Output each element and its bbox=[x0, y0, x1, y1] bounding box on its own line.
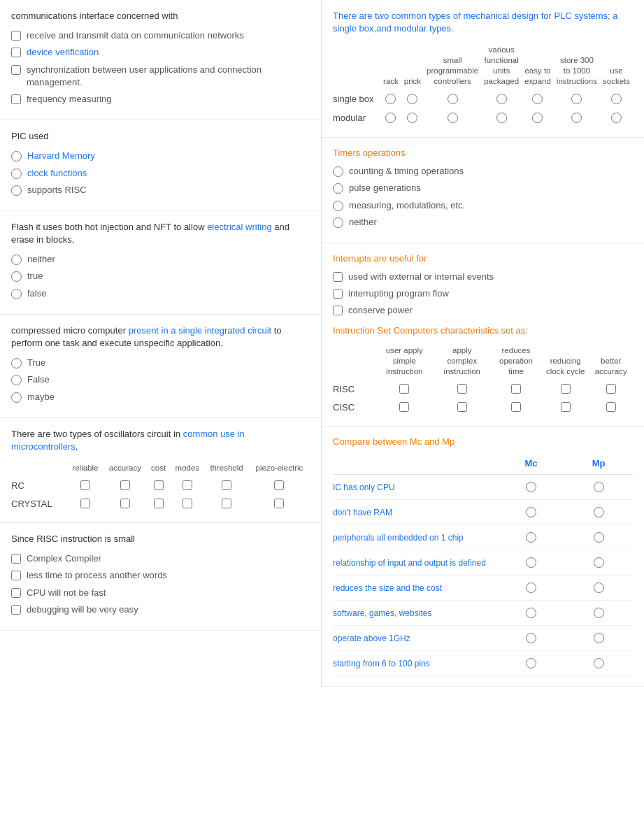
rc-piezo[interactable] bbox=[274, 480, 284, 490]
cisc-reducing[interactable] bbox=[561, 402, 571, 412]
checkbox-risc-2[interactable] bbox=[11, 571, 21, 580]
cisc-user[interactable] bbox=[399, 402, 409, 412]
row2-mc[interactable] bbox=[526, 532, 536, 543]
table-row: don't have RAM bbox=[333, 500, 633, 525]
checkbox-risc-1[interactable] bbox=[11, 554, 21, 564]
cisc-better[interactable] bbox=[606, 402, 616, 412]
isc-col-reducing: reducing clock cycle bbox=[542, 343, 589, 380]
sb-rack[interactable] bbox=[385, 94, 396, 104]
radio-timers-2[interactable] bbox=[333, 183, 343, 194]
table-row: RC bbox=[11, 476, 310, 494]
option-row: interrupting program flow bbox=[333, 287, 633, 300]
risc-apply[interactable] bbox=[457, 384, 467, 394]
radio-timers-4[interactable] bbox=[333, 217, 343, 228]
sb-easy[interactable] bbox=[532, 94, 543, 104]
checkbox-risc-4[interactable] bbox=[11, 605, 21, 615]
compare-row-3-label: peripherals all embedded on 1 chip bbox=[333, 525, 498, 550]
option-row: used with external or internal events bbox=[333, 271, 633, 283]
row3-mc[interactable] bbox=[526, 557, 536, 568]
sb-store[interactable] bbox=[571, 94, 582, 104]
mod-small[interactable] bbox=[448, 113, 458, 123]
mod-store[interactable] bbox=[571, 113, 582, 123]
radio-flash-1[interactable] bbox=[11, 255, 22, 265]
harvard-link[interactable]: Harvard Memory bbox=[27, 150, 95, 161]
radio-flash-2[interactable] bbox=[11, 271, 22, 282]
radio-timers-1[interactable] bbox=[333, 166, 343, 177]
row3-mp[interactable] bbox=[594, 557, 604, 568]
crystal-cost[interactable] bbox=[154, 499, 164, 508]
row2-mp[interactable] bbox=[594, 532, 604, 543]
rc-cost[interactable] bbox=[154, 480, 164, 490]
rc-modes[interactable] bbox=[183, 480, 192, 490]
risc-user[interactable] bbox=[399, 384, 409, 394]
device-verification-link[interactable]: device verification bbox=[27, 47, 99, 57]
row1-mp[interactable] bbox=[594, 507, 604, 517]
risc-better[interactable] bbox=[606, 384, 616, 394]
row4-mp[interactable] bbox=[594, 582, 604, 593]
crystal-threshold[interactable] bbox=[222, 499, 231, 508]
option-label: neither bbox=[349, 216, 377, 229]
mod-easy[interactable] bbox=[532, 113, 543, 123]
rc-accuracy[interactable] bbox=[120, 480, 130, 490]
compare-col-label-header bbox=[333, 454, 498, 474]
crystal-piezo[interactable] bbox=[274, 499, 284, 508]
radio-pic-3[interactable] bbox=[11, 185, 22, 196]
risc-reducing[interactable] bbox=[561, 384, 571, 394]
radio-pic-2[interactable] bbox=[11, 169, 22, 179]
sb-use[interactable] bbox=[611, 94, 622, 104]
osc-highlight: common use in microcontrollers, bbox=[11, 429, 245, 452]
osc-col-accuracy: accuracy bbox=[103, 460, 147, 476]
option-label: Harvard Memory bbox=[27, 150, 95, 162]
mod-prick[interactable] bbox=[407, 113, 417, 123]
option-row: CPU will not be fast bbox=[11, 587, 310, 599]
radio-flash-3[interactable] bbox=[11, 289, 22, 299]
isc-col-apply: apply complex instruction bbox=[434, 343, 490, 380]
radio-micro-2[interactable] bbox=[11, 375, 22, 385]
checkbox-int-3[interactable] bbox=[333, 306, 343, 315]
checkbox-int-1[interactable] bbox=[333, 272, 343, 282]
checkbox-int-2[interactable] bbox=[333, 289, 343, 299]
checkbox-comm-1[interactable] bbox=[11, 31, 21, 41]
sb-various[interactable] bbox=[496, 94, 507, 104]
radio-pic-1[interactable] bbox=[11, 151, 22, 162]
option-row: measuring, modulations, etc. bbox=[333, 199, 633, 212]
row1-mc[interactable] bbox=[526, 507, 536, 517]
row5-mp[interactable] bbox=[594, 608, 604, 618]
checkbox-risc-3[interactable] bbox=[11, 588, 21, 598]
row6-mc[interactable] bbox=[526, 633, 536, 643]
row5-mc[interactable] bbox=[526, 608, 536, 618]
mod-various[interactable] bbox=[496, 113, 507, 123]
mod-rack[interactable] bbox=[385, 113, 396, 123]
crystal-modes[interactable] bbox=[183, 499, 192, 508]
cisc-reduces[interactable] bbox=[511, 402, 521, 412]
row7-mc[interactable] bbox=[526, 658, 536, 668]
compare-title: Compare between Mc and Mp bbox=[333, 436, 633, 447]
option-label: used with external or internal events bbox=[348, 271, 494, 283]
row0-mc[interactable] bbox=[526, 482, 536, 492]
radio-micro-3[interactable] bbox=[11, 392, 22, 403]
isc-section: Instruction Set Computers characteristic… bbox=[333, 325, 633, 416]
cisc-apply[interactable] bbox=[457, 402, 467, 412]
radio-micro-1[interactable] bbox=[11, 358, 22, 369]
option-label: supports RISC bbox=[27, 184, 87, 196]
crystal-reliable[interactable] bbox=[80, 499, 90, 508]
sb-small[interactable] bbox=[448, 94, 458, 104]
checkbox-comm-4[interactable] bbox=[11, 94, 21, 104]
mod-use[interactable] bbox=[611, 113, 622, 123]
compare-col-mp-header: Mp bbox=[564, 454, 633, 474]
sb-prick[interactable] bbox=[407, 94, 417, 104]
row6-mp[interactable] bbox=[594, 633, 604, 643]
section-comm-interface: communications interface concerned with … bbox=[0, 0, 321, 120]
clock-link[interactable]: clock functions bbox=[27, 168, 87, 178]
row0-mp[interactable] bbox=[594, 482, 604, 492]
checkbox-comm-2[interactable] bbox=[11, 48, 21, 57]
row4-mc[interactable] bbox=[526, 582, 536, 593]
radio-timers-3[interactable] bbox=[333, 201, 343, 211]
rc-threshold[interactable] bbox=[222, 480, 231, 490]
rc-reliable[interactable] bbox=[80, 480, 90, 490]
crystal-accuracy[interactable] bbox=[120, 499, 130, 508]
row7-mp[interactable] bbox=[594, 658, 604, 668]
checkbox-comm-3[interactable] bbox=[11, 65, 21, 75]
option-row: receive and transmit data on communicati… bbox=[11, 29, 310, 42]
risc-reduces[interactable] bbox=[511, 384, 521, 394]
